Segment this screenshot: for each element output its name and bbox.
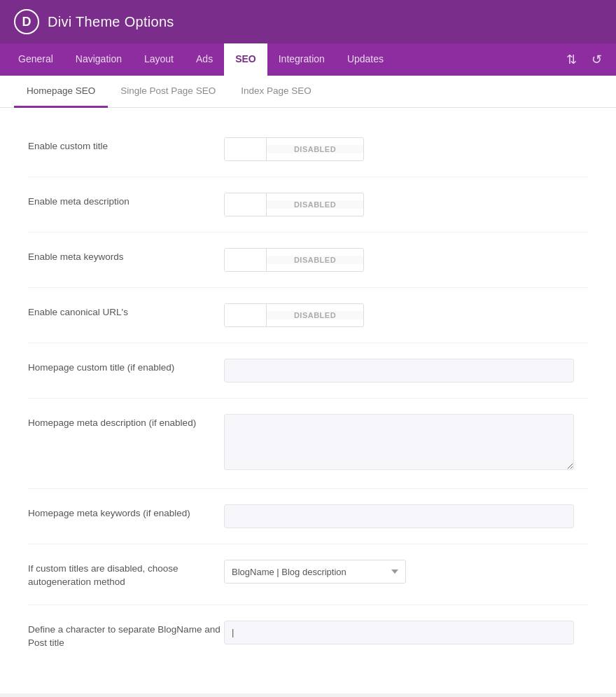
toggle-label-enable-canonical-urls: DISABLED [267, 311, 363, 319]
setting-label-enable-meta-keywords: Enable meta keywords [28, 248, 224, 264]
app-title: Divi Theme Options [48, 14, 174, 30]
toggle-track-enable-custom-title [225, 138, 267, 160]
sub-tabs: Homepage SEOSingle Post Page SEOIndex Pa… [0, 76, 616, 108]
input-homepage-meta-keywords[interactable] [224, 504, 574, 528]
textarea-homepage-meta-description[interactable] [224, 414, 574, 470]
setting-row-homepage-custom-title: Homepage custom title (if enabled) [28, 343, 588, 399]
sub-tab-single-post-seo[interactable]: Single Post Page SEO [108, 76, 228, 108]
nav-item-navigation[interactable]: Navigation [64, 43, 133, 76]
setting-control-enable-canonical-urls: DISABLED [224, 303, 588, 327]
toggle-label-enable-custom-title: DISABLED [267, 145, 363, 153]
nav-bar: GeneralNavigationLayoutAdsSEOIntegration… [0, 43, 616, 76]
setting-control-homepage-custom-title [224, 359, 588, 382]
setting-row-homepage-meta-description: Homepage meta description (if enabled) [28, 399, 588, 489]
setting-control-separator-character [224, 621, 588, 644]
input-separator-character[interactable] [224, 621, 574, 644]
setting-label-homepage-meta-keywords: Homepage meta keywords (if enabled) [28, 504, 224, 520]
setting-row-enable-meta-description: Enable meta descriptionDISABLED [28, 177, 588, 233]
setting-control-enable-custom-title: DISABLED [224, 137, 588, 161]
setting-label-homepage-meta-description: Homepage meta description (if enabled) [28, 414, 224, 430]
setting-row-separator-character: Define a character to separate BlogName … [28, 605, 588, 665]
nav-item-ads[interactable]: Ads [185, 43, 224, 76]
input-homepage-custom-title[interactable] [224, 359, 574, 382]
setting-control-homepage-meta-description [224, 414, 588, 473]
setting-label-autogeneration-method: If custom titles are disabled, choose au… [28, 560, 224, 589]
settings-area: Enable custom titleDISABLEDEnable meta d… [0, 108, 616, 693]
setting-control-enable-meta-description: DISABLED [224, 193, 588, 216]
setting-control-autogeneration-method: BlogName | Blog descriptionBlog descript… [224, 560, 588, 584]
setting-label-enable-custom-title: Enable custom title [28, 137, 224, 153]
sub-tab-homepage-seo[interactable]: Homepage SEO [14, 76, 108, 108]
setting-label-enable-meta-description: Enable meta description [28, 193, 224, 209]
setting-row-homepage-meta-keywords: Homepage meta keywords (if enabled) [28, 489, 588, 544]
toggle-track-enable-meta-keywords [225, 249, 267, 271]
toggle-track-enable-meta-description [225, 193, 267, 216]
main-content: Homepage SEOSingle Post Page SEOIndex Pa… [0, 76, 616, 693]
nav-item-seo[interactable]: SEO [224, 43, 267, 76]
sub-tab-index-page-seo[interactable]: Index Page SEO [228, 76, 324, 108]
setting-control-homepage-meta-keywords [224, 504, 588, 528]
setting-label-separator-character: Define a character to separate BlogName … [28, 621, 224, 650]
setting-row-enable-custom-title: Enable custom titleDISABLED [28, 122, 588, 177]
toggle-label-enable-meta-description: DISABLED [267, 200, 363, 209]
setting-row-enable-meta-keywords: Enable meta keywordsDISABLED [28, 233, 588, 288]
reset-icon[interactable]: ↺ [584, 47, 609, 72]
toggle-label-enable-meta-keywords: DISABLED [267, 256, 363, 264]
toggle-enable-meta-keywords[interactable]: DISABLED [224, 248, 364, 272]
app-logo: D [14, 9, 39, 34]
nav-item-layout[interactable]: Layout [133, 43, 185, 76]
setting-label-enable-canonical-urls: Enable canonical URL's [28, 303, 224, 319]
app-header: D Divi Theme Options [0, 0, 616, 43]
sort-icon[interactable]: ⇅ [559, 47, 584, 72]
select-autogeneration-method[interactable]: BlogName | Blog descriptionBlog descript… [224, 560, 406, 584]
nav-item-integration[interactable]: Integration [267, 43, 336, 76]
toggle-enable-meta-description[interactable]: DISABLED [224, 193, 364, 216]
setting-row-autogeneration-method: If custom titles are disabled, choose au… [28, 544, 588, 605]
toggle-enable-custom-title[interactable]: DISABLED [224, 137, 364, 161]
setting-control-enable-meta-keywords: DISABLED [224, 248, 588, 272]
setting-row-enable-canonical-urls: Enable canonical URL'sDISABLED [28, 288, 588, 343]
nav-item-updates[interactable]: Updates [336, 43, 395, 76]
setting-label-homepage-custom-title: Homepage custom title (if enabled) [28, 359, 224, 375]
toggle-enable-canonical-urls[interactable]: DISABLED [224, 303, 364, 327]
toggle-track-enable-canonical-urls [225, 304, 267, 326]
nav-item-general[interactable]: General [7, 43, 64, 76]
